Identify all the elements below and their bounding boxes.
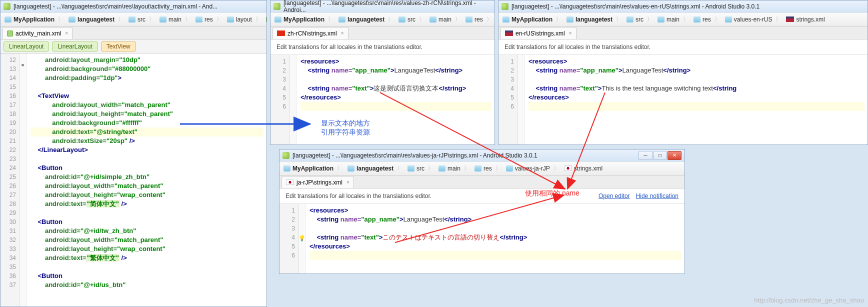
structure-path: LinearLayout LinearLayout TextView (0, 40, 266, 54)
close-icon[interactable]: × (65, 30, 68, 36)
breadcrumb[interactable]: MyApplication languagetest src main res … (0, 12, 266, 26)
tab-strings-jp[interactable]: ja-rJP\strings.xml× (282, 176, 354, 188)
code-area[interactable]: <resources> <string name="app_name">Lang… (296, 55, 494, 144)
breadcrumb[interactable]: MyApplication languagetest src main res … (280, 162, 684, 176)
code-area[interactable]: <resources> <string name="app_name">Lang… (524, 55, 868, 144)
editor-tabs: activity_main.xml× (0, 26, 266, 40)
translations-banner: Edit translations for all locales in the… (280, 188, 684, 204)
marker-gutter: ■ (20, 54, 26, 306)
breadcrumb[interactable]: MyApplication languagetest src main res … (270, 12, 494, 26)
bc-file[interactable]: activity_main.xml (264, 16, 266, 23)
title-text: [languagetest] - ...\languagetest\src\ma… (14, 3, 218, 10)
pill-linearlayout[interactable]: LinearLayout (4, 42, 49, 52)
bulb-icon[interactable]: 💡 (298, 235, 306, 241)
tab-activity-main[interactable]: activity_main.xml× (2, 27, 72, 39)
maximize-button[interactable]: □ (653, 151, 667, 160)
close-button[interactable]: ✕ (668, 151, 682, 160)
tab-strings-cn[interactable]: zh-rCN\strings.xml× (272, 27, 348, 39)
window-title: [languagetest] - ...\languagetest\src\ma… (270, 0, 494, 12)
minimize-button[interactable]: ─ (638, 151, 652, 160)
editor[interactable]: 1213141516171819202122232425262728293031… (0, 54, 266, 306)
tab-strings-us[interactable]: en-rUS\strings.xml× (500, 27, 576, 39)
window-title: [languagetest] - ...\languagetest\src\ma… (280, 150, 684, 162)
flag-cn-icon (277, 30, 285, 36)
code-area[interactable]: <resources> <string name="app_name">Lang… (306, 204, 684, 274)
bc-layout[interactable]: layout (225, 16, 264, 23)
bc-main[interactable]: main (158, 16, 194, 23)
bc-project[interactable]: languagetest (66, 16, 126, 23)
bc-res[interactable]: res (194, 16, 225, 23)
line-gutter: 1213141516171819202122232425262728293031… (0, 54, 20, 306)
flag-us-icon (786, 16, 794, 22)
bc-module[interactable]: MyApplication (2, 16, 66, 23)
pill-textview[interactable]: TextView (101, 42, 136, 52)
pill-linearlayout-2[interactable]: LinearLayout (52, 42, 98, 52)
open-editor-link[interactable]: Open editor (598, 192, 630, 200)
window-controls: ─ □ ✕ (638, 151, 682, 160)
hide-notification-link[interactable]: Hide notification (636, 192, 678, 200)
app-icon (4, 3, 10, 10)
window-title: [languagetest] - ...\languagetest\src\ma… (0, 0, 266, 12)
code-area[interactable]: android:layout_margin="10dp" android:bac… (26, 54, 266, 306)
translations-banner: Edit translations for all locales in the… (270, 40, 494, 55)
bc-src[interactable]: src (126, 16, 158, 23)
watermark: http://blog.csdn.net/zhe_ge_sha_shou (754, 296, 864, 304)
breadcrumb[interactable]: MyApplication languagetest src main res … (498, 12, 868, 26)
window-title: [languagetest] - ...\languagetest\src\ma… (498, 0, 868, 12)
flag-jp-icon (564, 166, 572, 171)
translations-banner: Edit translations for all locales in the… (498, 40, 868, 55)
